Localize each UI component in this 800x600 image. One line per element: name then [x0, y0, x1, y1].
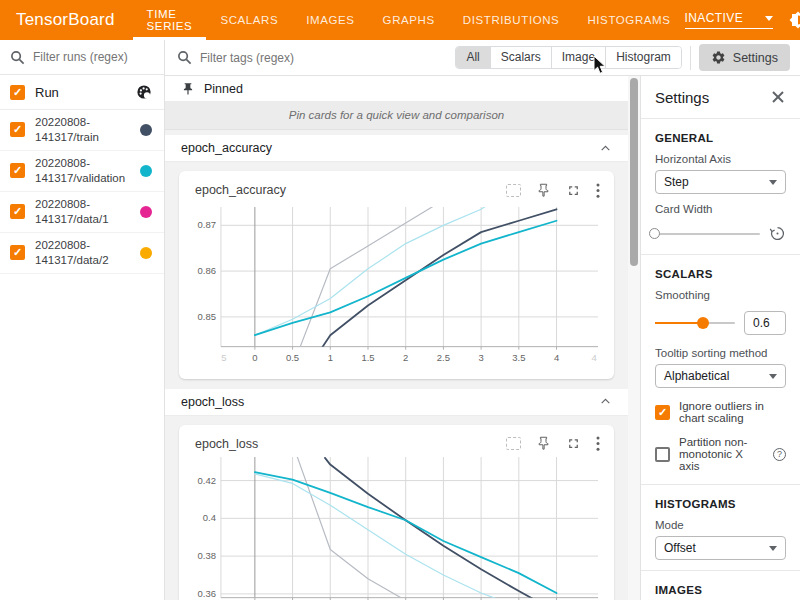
- epoch-loss-chart[interactable]: 0.360.380.40.4200.511.522.533.54: [187, 455, 606, 600]
- filter-chip-image[interactable]: Image: [552, 47, 606, 68]
- search-icon: [177, 50, 192, 65]
- section-title: epoch_accuracy: [181, 141, 272, 155]
- horizontal-axis-label: Horizontal Axis: [655, 153, 786, 165]
- filter-chip-all[interactable]: All: [456, 47, 490, 68]
- svg-text:0: 0: [252, 352, 257, 363]
- card-title: epoch_loss: [195, 437, 506, 451]
- tab-graphs[interactable]: GRAPHS: [369, 0, 449, 40]
- card-epoch-loss: epoch_loss 0.360.380.40.4200.511.522.533…: [179, 425, 614, 600]
- svg-text:0.42: 0.42: [197, 474, 215, 485]
- card-width-slider[interactable]: [655, 233, 760, 235]
- run-name: 20220808-141317/validation: [35, 156, 140, 186]
- tab-distributions[interactable]: DISTRIBUTIONS: [449, 0, 574, 40]
- chevron-up-icon: [599, 142, 612, 155]
- close-icon[interactable]: [770, 89, 786, 105]
- nav-tabs: TIME SERIESSCALARSIMAGESGRAPHSDISTRIBUTI…: [133, 0, 685, 40]
- partition-x-axis-checkbox[interactable]: [655, 447, 670, 462]
- palette-icon[interactable]: [136, 84, 152, 100]
- run-row[interactable]: 20220808-141317/train: [0, 110, 164, 151]
- run-row[interactable]: 20220808-141317/data/1: [0, 192, 164, 233]
- histogram-mode-select[interactable]: Offset: [655, 536, 786, 560]
- ignore-outliers-checkbox[interactable]: [655, 405, 670, 420]
- tab-scalars[interactable]: SCALARS: [206, 0, 292, 40]
- pin-icon[interactable]: [536, 183, 551, 198]
- epoch-accuracy-chart[interactable]: 0.850.860.8700.511.522.533.5454: [187, 201, 606, 377]
- run-color-dot[interactable]: [140, 165, 152, 177]
- gear-icon: [711, 50, 726, 65]
- select-all-runs-checkbox[interactable]: [10, 85, 25, 100]
- theme-toggle-icon[interactable]: [789, 11, 800, 29]
- tab-time-series[interactable]: TIME SERIES: [133, 0, 207, 40]
- more-menu-icon[interactable]: [596, 436, 600, 451]
- chevron-down-icon: [769, 546, 777, 551]
- section-header-epoch-loss[interactable]: epoch_loss: [165, 389, 628, 416]
- general-heading: GENERAL: [655, 132, 786, 144]
- chevron-down-icon: [769, 180, 777, 185]
- run-row[interactable]: 20220808-141317/data/2: [0, 233, 164, 274]
- run-color-dot[interactable]: [140, 247, 152, 259]
- svg-text:5: 5: [221, 352, 226, 363]
- card-title: epoch_accuracy: [195, 183, 506, 197]
- card-header: epoch_accuracy: [187, 175, 606, 201]
- card-width-label: Card Width: [655, 203, 786, 215]
- fullscreen-icon[interactable]: [566, 183, 581, 198]
- settings-button-label: Settings: [733, 51, 778, 65]
- svg-text:3.5: 3.5: [512, 352, 525, 363]
- smoothing-label: Smoothing: [655, 289, 786, 301]
- run-color-dot[interactable]: [140, 124, 152, 136]
- filter-chip-scalars[interactable]: Scalars: [491, 47, 552, 68]
- fit-domain-icon[interactable]: [506, 437, 521, 450]
- svg-text:1: 1: [328, 352, 333, 363]
- settings-button[interactable]: Settings: [699, 44, 790, 71]
- histogram-mode-value: Offset: [664, 541, 696, 555]
- filter-tags-placeholder[interactable]: Filter tags (regex): [200, 51, 455, 65]
- app-header: TensorBoard TIME SERIESSCALARSIMAGESGRAP…: [0, 0, 800, 40]
- svg-text:2: 2: [403, 352, 408, 363]
- svg-text:0.5: 0.5: [286, 352, 299, 363]
- scrollbar-thumb[interactable]: [630, 78, 638, 266]
- filter-chip-histogram[interactable]: Histogram: [606, 47, 681, 68]
- run-checkbox[interactable]: [10, 163, 25, 178]
- reset-icon[interactable]: [769, 225, 786, 242]
- chevron-down-icon: [769, 374, 777, 379]
- svg-text:1.5: 1.5: [361, 352, 374, 363]
- svg-text:0.85: 0.85: [197, 311, 215, 322]
- svg-text:0.87: 0.87: [197, 219, 215, 230]
- svg-text:4: 4: [554, 352, 559, 363]
- settings-title: Settings: [655, 89, 709, 106]
- card-header: epoch_loss: [187, 429, 606, 455]
- run-checkbox[interactable]: [10, 204, 25, 219]
- run-status-select[interactable]: INACTIVE: [685, 11, 773, 29]
- tooltip-sorting-select[interactable]: Alphabetical: [655, 364, 786, 388]
- section-header-epoch-accuracy[interactable]: epoch_accuracy: [165, 135, 628, 162]
- smoothing-value-input[interactable]: 0.6: [744, 311, 786, 335]
- run-color-dot[interactable]: [140, 206, 152, 218]
- more-menu-icon[interactable]: [596, 183, 600, 198]
- svg-text:0.38: 0.38: [197, 550, 215, 561]
- run-status-value: INACTIVE: [685, 11, 744, 25]
- run-checkbox[interactable]: [10, 122, 25, 137]
- tooltip-sorting-label: Tooltip sorting method: [655, 347, 786, 359]
- tag-type-filter-group: AllScalarsImageHistogram: [455, 46, 681, 69]
- runs-column-header: Run: [35, 85, 136, 100]
- svg-text:3: 3: [478, 352, 483, 363]
- help-icon[interactable]: ?: [773, 448, 786, 461]
- run-row[interactable]: 20220808-141317/validation: [0, 151, 164, 192]
- pin-icon[interactable]: [536, 436, 551, 451]
- pin-hint-text: Pin cards for a quick view and compariso…: [165, 102, 628, 130]
- smoothing-slider[interactable]: [655, 322, 735, 324]
- histograms-heading: HISTOGRAMS: [655, 498, 786, 510]
- tab-histograms[interactable]: HISTOGRAMS: [573, 0, 684, 40]
- pinned-header: Pinned: [165, 76, 628, 102]
- run-name: 20220808-141317/data/2: [35, 238, 140, 268]
- filter-runs-input[interactable]: Filter runs (regex): [0, 40, 164, 75]
- app-logo: TensorBoard: [16, 10, 115, 30]
- fullscreen-icon[interactable]: [566, 436, 581, 451]
- horizontal-axis-select[interactable]: Step: [655, 170, 786, 194]
- tab-images[interactable]: IMAGES: [292, 0, 368, 40]
- fit-domain-icon[interactable]: [506, 184, 521, 197]
- run-checkbox[interactable]: [10, 245, 25, 260]
- runs-sidebar: Filter runs (regex) Run 20220808-141317/…: [0, 40, 165, 600]
- tags-toolbar: Filter tags (regex) AllScalarsImageHisto…: [165, 40, 800, 76]
- chevron-up-icon: [599, 395, 612, 408]
